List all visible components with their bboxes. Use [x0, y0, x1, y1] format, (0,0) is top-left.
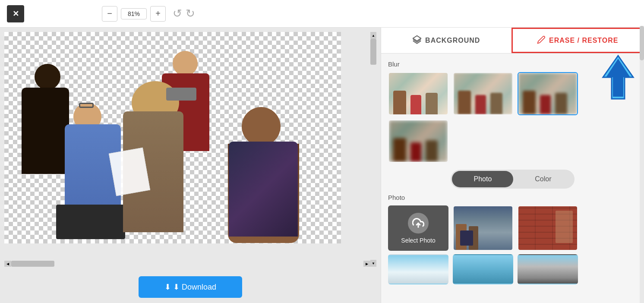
laptop [56, 205, 125, 239]
photo-color-toggle-row: Photo Color [388, 170, 637, 189]
scroll-right-arrow[interactable]: ▶ [363, 261, 370, 267]
photo-thumb-sky[interactable] [388, 254, 448, 284]
photo-thumb-ocean[interactable] [453, 254, 513, 284]
photo-section-label: Photo [388, 194, 637, 201]
panel-tabs: BACKGROUND ERASE / RESTORE [381, 28, 644, 54]
zoom-out-button[interactable]: − [102, 6, 117, 22]
photo-color-toggle: Photo Color [451, 170, 574, 189]
erase-restore-icon [537, 35, 546, 46]
zoom-value: 81% [121, 8, 147, 19]
toggle-color-button[interactable]: Color [513, 171, 573, 187]
scroll-down-arrow[interactable]: ▼ [370, 260, 376, 267]
person1-body [22, 88, 69, 174]
photo-grid: Select Photo [388, 205, 637, 251]
download-button[interactable]: ⬇ ⬇ Download [139, 276, 242, 298]
blur-thumbnails-row2 [388, 120, 637, 163]
tab-background-label: BACKGROUND [425, 37, 480, 44]
zoom-in-button[interactable]: + [150, 6, 166, 22]
photo-thumb-city-people[interactable] [453, 205, 513, 251]
blur-thumbnail-3[interactable] [518, 72, 578, 115]
scroll-up-arrow[interactable]: ▲ [370, 32, 376, 39]
tab-erase-restore-label: ERASE / RESTORE [549, 37, 619, 44]
panel-scrollbar-thumb[interactable] [640, 28, 644, 60]
canvas-wrapper: ▲ ▼ ◀ ▶ [4, 32, 376, 267]
upload-icon [408, 213, 429, 234]
blur-thumbnail-4[interactable] [388, 120, 448, 163]
download-icon: ⬇ [164, 282, 171, 292]
select-photo-label: Select Photo [401, 237, 435, 244]
redo-button[interactable]: ↻ [186, 7, 195, 20]
redo-icon: ↻ [186, 7, 195, 20]
person3-head [173, 51, 198, 76]
scarf [166, 88, 196, 101]
right-panel: BACKGROUND ERASE / RESTORE [381, 28, 644, 303]
photo-thumb-landmark[interactable] [518, 254, 578, 284]
undo-button[interactable]: ↺ [173, 7, 182, 20]
person5-head [242, 107, 281, 146]
toolbar-left: ✕ [7, 5, 24, 22]
select-photo-button[interactable]: Select Photo [388, 205, 448, 251]
blur-section-label: Blur [388, 60, 637, 68]
toggle-photo-button[interactable]: Photo [452, 171, 513, 187]
panel-content: Blur [381, 54, 644, 303]
main-content: ▲ ▼ ◀ ▶ [0, 28, 644, 303]
canvas-image [4, 32, 341, 243]
document [109, 147, 150, 196]
zoom-controls: − 81% + [102, 6, 166, 22]
photo-row-partial [388, 254, 637, 284]
person1-head [35, 64, 60, 90]
blur-thumbnail-1[interactable] [388, 72, 448, 115]
canvas-area: ▲ ▼ ◀ ▶ [0, 28, 381, 303]
tab-erase-restore[interactable]: ERASE / RESTORE [511, 28, 644, 53]
download-label: ⬇ Download [173, 282, 216, 292]
person5-body [229, 142, 298, 237]
glasses [79, 103, 94, 108]
people-silhouettes [13, 64, 332, 244]
toolbar: ✕ − 81% + ↺ ↻ [0, 0, 644, 28]
blue-arrow-annotation [601, 54, 635, 101]
panel-scrollbar[interactable] [640, 28, 644, 303]
tab-background[interactable]: BACKGROUND [381, 28, 511, 53]
close-button[interactable]: ✕ [7, 5, 24, 22]
background-icon [412, 35, 422, 46]
undo-icon: ↺ [173, 7, 182, 20]
scroll-left-arrow[interactable]: ◀ [4, 261, 11, 267]
canvas-artwork [4, 32, 341, 243]
photo-thumb-brick[interactable] [518, 205, 578, 251]
blur-thumbnail-2[interactable] [453, 72, 513, 115]
blur-thumbnails [388, 72, 637, 115]
history-buttons: ↺ ↻ [173, 7, 195, 20]
